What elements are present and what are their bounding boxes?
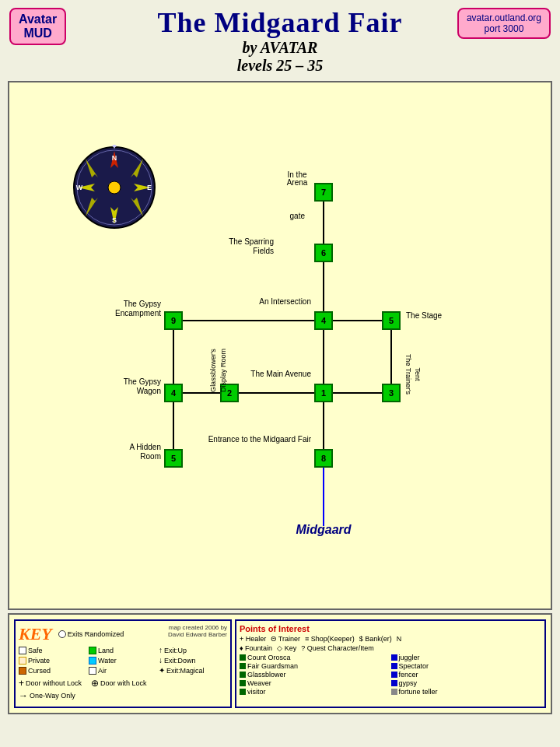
svg-text:The Stage: The Stage <box>406 311 443 320</box>
door-with-lock-icon: ⊕ <box>91 678 99 689</box>
fencer-dot <box>391 672 397 678</box>
svg-text:The Trainer's: The Trainer's <box>404 354 412 395</box>
one-way-item: → One-Way Only <box>19 690 227 701</box>
key-left-panel: KEY Exits Randomized map created 2006 by… <box>14 619 232 708</box>
svg-text:Arena: Arena <box>287 178 308 187</box>
door-no-lock-icon: + <box>19 678 24 689</box>
svg-text:4: 4 <box>321 316 327 325</box>
poi-count-orosca: Count Orosca <box>240 654 390 661</box>
one-way-icon: → <box>19 690 28 701</box>
svg-text:Fields: Fields <box>253 247 274 255</box>
poi-locations: Count Orosca juggler Fair Guardsman Spec… <box>240 654 541 696</box>
page-header: Avatar MUD The Midgaard Fair by AVATAR l… <box>0 0 560 78</box>
poi-juggler: juggler <box>391 654 542 661</box>
juggler-dot <box>391 654 397 661</box>
count-orosca-dot <box>240 654 246 661</box>
svg-text:Tent: Tent <box>414 367 422 381</box>
spectator-dot <box>391 663 397 669</box>
poi-visitor: visitor <box>240 688 390 696</box>
door-no-lock: + Door without Lock <box>19 678 82 689</box>
svg-text:Glassblower's: Glassblower's <box>209 349 217 392</box>
key-section: KEY Exits Randomized map created 2006 by… <box>8 613 552 714</box>
svg-text:Room: Room <box>140 452 161 461</box>
svg-text:3: 3 <box>389 388 394 398</box>
svg-text:An Intersection: An Intersection <box>259 297 311 306</box>
poi-weaver: Weaver <box>240 679 390 687</box>
svg-text:gate: gate <box>290 212 306 220</box>
svg-text:The Sparring: The Sparring <box>229 237 274 246</box>
svg-text:Display Room: Display Room <box>219 349 227 392</box>
svg-text:The Gypsy: The Gypsy <box>124 377 161 386</box>
visitor-dot <box>240 689 246 695</box>
svg-text:9: 9 <box>171 316 176 325</box>
svg-text:The Main Avenue: The Main Avenue <box>250 370 311 378</box>
svg-text:5: 5 <box>389 316 394 325</box>
land-box <box>89 647 96 654</box>
exits-randomized-item: Exits Randomized <box>58 630 124 638</box>
terrain-key: Safe Land ↑ Exit:Up Private Water <box>19 646 227 675</box>
gypsy-dot <box>391 680 397 686</box>
safe-item: Safe <box>19 646 87 654</box>
land-item: Land <box>89 646 157 654</box>
avatar-mud-badge: Avatar MUD <box>9 8 66 45</box>
svg-text:8: 8 <box>321 454 326 463</box>
air-box <box>89 667 96 675</box>
door-with-lock: ⊕ Door with Lock <box>91 678 147 689</box>
svg-text:2: 2 <box>227 388 232 398</box>
poi-fortune-teller: fortune teller <box>391 688 542 696</box>
water-box <box>89 657 96 665</box>
fair-guardsman-dot <box>240 663 246 669</box>
poi-symbols: + Healer Θ Trainer ≡ Shop(Keeper) $ Bank… <box>240 635 541 643</box>
poi-symbols2: ♦ Fountain ◇ Key ? Quest Character/Item <box>240 644 541 652</box>
poi-glassblower: Glassblower <box>240 671 390 679</box>
svg-text:Midgaard: Midgaard <box>296 523 352 536</box>
safe-box <box>19 647 26 654</box>
svg-text:6: 6 <box>321 248 326 258</box>
svg-text:4: 4 <box>171 388 177 398</box>
water-item: Water <box>89 656 157 665</box>
by-line: by AVATAR levels 25 – 35 <box>0 39 560 75</box>
exit-down-item: ↓ Exit:Down <box>159 656 227 665</box>
cursed-item: Cursed <box>19 666 87 675</box>
exit-down-icon: ↓ <box>159 656 163 665</box>
cursed-box <box>19 667 26 675</box>
circle-icon <box>58 630 66 638</box>
svg-text:A Hidden: A Hidden <box>129 443 161 451</box>
poi-fencer: fencer <box>391 671 542 679</box>
map-svg: 7 6 4 5 9 2 1 3 4 5 8 In the Ar <box>9 82 551 608</box>
server-badge: avatar.outland.org port 3000 <box>457 8 551 39</box>
private-box <box>19 657 26 665</box>
map-container: ✦ N S E W 7 6 4 <box>8 81 552 610</box>
fortune-teller-dot <box>391 689 397 695</box>
glassblower-dot <box>240 672 246 678</box>
poi-title: Points of Interest <box>240 624 541 633</box>
key-title: KEY <box>19 624 52 644</box>
svg-text:Wagon: Wagon <box>137 387 161 395</box>
poi-spectator: Spectator <box>391 662 542 670</box>
svg-text:The Gypsy: The Gypsy <box>124 300 161 308</box>
exit-up-icon: ↑ <box>159 646 163 654</box>
exit-magical-item: ✦ Exit:Magical <box>159 666 227 675</box>
poi-fair-guardsman: Fair Guardsman <box>240 662 390 670</box>
svg-text:7: 7 <box>321 188 326 197</box>
svg-text:1: 1 <box>321 388 326 398</box>
private-item: Private <box>19 656 87 665</box>
key-right-panel: Points of Interest + Healer Θ Trainer ≡ … <box>235 619 546 708</box>
air-item: Air <box>89 666 157 675</box>
exit-magical-icon: ✦ <box>159 666 165 675</box>
weaver-dot <box>240 680 246 686</box>
map-credit: map created 2006 byDavid Edward Barber <box>168 624 227 638</box>
exit-up-item: ↑ Exit:Up <box>159 646 227 654</box>
door-items: + Door without Lock ⊕ Door with Lock → O… <box>19 678 227 701</box>
svg-text:5: 5 <box>171 454 176 463</box>
svg-text:Encampment: Encampment <box>115 309 161 317</box>
svg-text:Entrance to the Midgaard Fair: Entrance to the Midgaard Fair <box>208 435 312 444</box>
poi-gypsy: gypsy <box>391 679 542 687</box>
